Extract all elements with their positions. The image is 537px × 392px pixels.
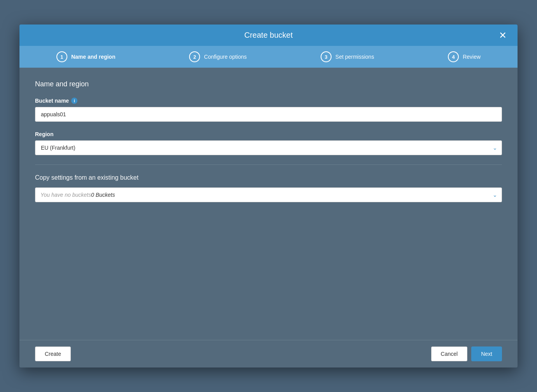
step-3-label: Set permissions [335,54,374,60]
section-divider [35,164,502,165]
create-button[interactable]: Create [35,346,71,361]
bucket-name-input[interactable] [35,107,502,122]
bucket-name-group: Bucket name i [35,98,502,122]
copy-bucket-select-wrapper: You have no buckets0 Buckets ⌄ [35,187,502,202]
bucket-name-label: Bucket name i [35,98,502,104]
footer-right: Cancel Next [431,346,502,361]
step-1-number: 1 [56,51,67,62]
step-4-label: Review [463,54,481,60]
step-2-label: Configure options [204,54,247,60]
step-3-number: 3 [321,51,332,62]
modal-body: Name and region Bucket name i Region EU … [19,68,518,340]
modal-header: Create bucket ✕ [19,24,518,46]
step-4-number: 4 [448,51,459,62]
step-1[interactable]: 1 Name and region [56,51,116,62]
step-4[interactable]: 4 Review [448,51,481,62]
steps-bar: 1 Name and region 2 Configure options 3 … [19,46,518,68]
copy-settings-group: Copy settings from an existing bucket Yo… [35,174,502,202]
modal-title: Create bucket [244,31,293,40]
step-1-label: Name and region [71,54,116,60]
bucket-name-info-icon[interactable]: i [71,98,77,104]
next-button[interactable]: Next [471,346,502,361]
region-select-wrapper: EU (Frankfurt) US East (N. Virginia) US … [35,140,502,155]
copy-settings-title: Copy settings from an existing bucket [35,174,502,181]
step-2-number: 2 [189,51,200,62]
step-2[interactable]: 2 Configure options [189,51,247,62]
region-label: Region [35,131,502,137]
region-group: Region EU (Frankfurt) US East (N. Virgin… [35,131,502,155]
create-bucket-modal: Create bucket ✕ 1 Name and region 2 Conf… [19,24,518,368]
close-button[interactable]: ✕ [496,29,510,42]
modal-footer: Create Cancel Next [19,340,518,368]
copy-bucket-select[interactable] [35,187,502,202]
region-select[interactable]: EU (Frankfurt) US East (N. Virginia) US … [35,140,502,155]
form-section-title: Name and region [35,80,502,88]
step-3[interactable]: 3 Set permissions [321,51,374,62]
cancel-button[interactable]: Cancel [431,346,468,361]
